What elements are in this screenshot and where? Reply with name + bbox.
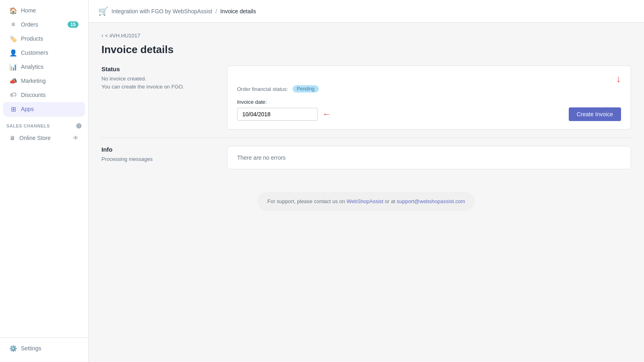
breadcrumb-current-page: Invoice details	[220, 8, 256, 14]
sidebar-nav: 🏠 Home ≡ Orders 15 🏷️ Products 👤 Custome…	[0, 0, 88, 337]
app-logo-icon: 🛒	[98, 6, 108, 16]
eye-icon[interactable]: 👁	[73, 135, 78, 141]
breadcrumb-app-name: Integration with FGO by WebShopAssist	[111, 8, 212, 14]
section-divider	[101, 138, 631, 138]
online-store-left: 🖥 Online Store	[10, 135, 51, 141]
marketing-icon: 📣	[10, 77, 17, 84]
info-section-content: There are no errors	[227, 146, 631, 169]
support-footer: For support, please contact us on WebSho…	[258, 192, 475, 211]
sidebar-item-orders[interactable]: ≡ Orders 15	[3, 18, 85, 31]
webshopassist-link[interactable]: WebShopAssist	[347, 198, 384, 204]
sidebar-item-label: Discounts	[21, 92, 78, 98]
sidebar-item-settings[interactable]: ⚙️ Settings	[3, 341, 85, 355]
sidebar-item-apps[interactable]: ⊞ Apps	[3, 102, 85, 116]
sidebar-item-marketing[interactable]: 📣 Marketing	[3, 74, 85, 88]
sidebar-item-label: Settings	[21, 345, 78, 352]
content-area: ‹ < #VH.HU1017 Invoice details Status No…	[89, 23, 644, 362]
sidebar-item-discounts[interactable]: 🏷 Discounts	[3, 88, 85, 102]
arrow-indicator-area: ↓	[237, 74, 621, 84]
invoice-date-section: Invoice date: ← Create Invoice	[237, 99, 621, 121]
no-invoice-text: No invoice created.	[101, 75, 214, 83]
products-icon: 🏷️	[10, 35, 17, 42]
sidebar-item-label: Products	[21, 35, 78, 42]
info-section-title: Info	[101, 146, 214, 153]
status-section-row: Status No invoice created. You can creat…	[101, 66, 631, 130]
create-hint-text: You can create the invoice on FGO.	[101, 83, 214, 91]
home-icon: 🏠	[10, 7, 17, 14]
main: 🛒 Integration with FGO by WebShopAssist …	[89, 0, 644, 362]
sidebar: 🏠 Home ≡ Orders 15 🏷️ Products 👤 Custome…	[0, 0, 89, 362]
info-card: There are no errors	[227, 146, 631, 169]
sidebar-item-label: Home	[21, 7, 78, 14]
invoice-date-input[interactable]	[237, 108, 318, 121]
support-footer-wrap: For support, please contact us on WebSho…	[101, 179, 631, 211]
sales-channels-header: SALES CHANNELS ⊕	[0, 117, 88, 132]
create-invoice-button[interactable]: Create Invoice	[569, 107, 621, 121]
sidebar-item-label: Analytics	[21, 64, 78, 70]
support-email-link[interactable]: support@webshopassist.com	[397, 198, 465, 204]
red-arrow-left-icon: ←	[322, 109, 331, 119]
sidebar-item-label: Marketing	[21, 78, 78, 84]
no-errors-text: There are no errors	[237, 154, 286, 161]
status-badge: Pending	[293, 85, 318, 93]
add-sales-channel-icon[interactable]: ⊕	[76, 121, 82, 130]
support-or-at-text: or at	[385, 198, 395, 204]
red-arrow-down-icon: ↓	[616, 74, 621, 84]
sidebar-item-analytics[interactable]: 📊 Analytics	[3, 60, 85, 74]
sidebar-item-online-store[interactable]: 🖥 Online Store 👁	[3, 132, 85, 144]
orders-icon: ≡	[10, 21, 17, 28]
sidebar-item-products[interactable]: 🏷️ Products	[3, 32, 85, 45]
status-section-label-area: Status No invoice created. You can creat…	[101, 66, 214, 130]
sidebar-item-customers[interactable]: 👤 Customers	[3, 46, 85, 60]
sidebar-item-label: Apps	[21, 106, 78, 112]
topbar: 🛒 Integration with FGO by WebShopAssist …	[89, 0, 644, 23]
back-arrow-icon: ‹	[101, 32, 103, 39]
back-link-text: < #VH.HU1017	[105, 33, 140, 39]
info-section-label-area: Info Processing messages	[101, 146, 214, 169]
status-card: ↓ Order financial status: Pending Invoic…	[227, 66, 631, 130]
settings-icon: ⚙️	[10, 345, 17, 352]
sales-channels-label: SALES CHANNELS	[6, 123, 50, 128]
status-section-title: Status	[101, 66, 214, 72]
status-section-content: ↓ Order financial status: Pending Invoic…	[227, 66, 631, 130]
date-input-group: ← Create Invoice	[237, 107, 621, 121]
sidebar-item-label: Orders	[21, 21, 64, 28]
orders-badge: 15	[68, 21, 78, 28]
support-pre-text: For support, please contact us on	[267, 198, 345, 204]
page-title: Invoice details	[101, 43, 631, 56]
processing-label: Processing messages	[101, 155, 214, 163]
sidebar-bottom: ⚙️ Settings	[0, 337, 88, 362]
online-store-icon: 🖥	[10, 135, 15, 141]
discounts-icon: 🏷	[10, 91, 17, 99]
invoice-date-label: Invoice date:	[237, 99, 621, 105]
sidebar-item-home[interactable]: 🏠 Home	[3, 4, 85, 17]
back-link[interactable]: ‹ < #VH.HU1017	[101, 32, 631, 39]
sidebar-item-label: Customers	[21, 49, 78, 56]
breadcrumb: Integration with FGO by WebShopAssist / …	[111, 8, 256, 14]
financial-status-label: Order financial status:	[237, 86, 288, 92]
financial-status-row: Order financial status: Pending	[237, 85, 621, 93]
apps-icon: ⊞	[10, 105, 17, 113]
online-store-label: Online Store	[19, 135, 51, 141]
info-section-row: Info Processing messages There are no er…	[101, 146, 631, 169]
customers-icon: 👤	[10, 49, 17, 56]
breadcrumb-separator: /	[215, 8, 217, 14]
analytics-icon: 📊	[10, 63, 17, 70]
